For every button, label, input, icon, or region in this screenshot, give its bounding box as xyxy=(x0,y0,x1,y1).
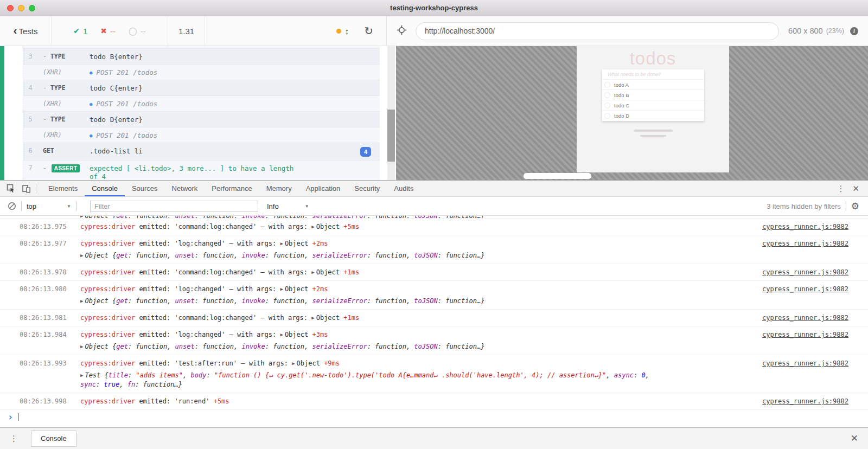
tab-security[interactable]: Security xyxy=(347,181,387,196)
text-token: +3ms xyxy=(312,331,328,338)
text-token: toJSON xyxy=(414,343,437,350)
source-link[interactable]: cypress_runner.js:9882 xyxy=(762,330,848,339)
xhr-log-row[interactable]: (XHR)●POST 201 /todos xyxy=(23,96,380,112)
devtools-close-icon[interactable]: ✕ xyxy=(852,184,859,194)
refresh-button[interactable]: ↻ xyxy=(364,16,373,46)
close-window-button[interactable] xyxy=(7,5,14,11)
viewport-scale-indicator[interactable]: ↕ xyxy=(336,16,349,46)
command-log-row[interactable]: 3- TYPEtodo B{enter} xyxy=(23,49,380,65)
element-count-badge: 4 xyxy=(360,147,371,157)
text-token: serializeError xyxy=(312,297,367,305)
reporter-scrollbar[interactable] xyxy=(380,46,396,180)
command-message: ●POST 201 /todos xyxy=(90,131,374,139)
console-log-row: 08:26:13.981cypress:driver emitted: 'com… xyxy=(0,310,868,326)
text-token: cypress:driver xyxy=(80,285,135,293)
new-todo-input[interactable]: What needs to be done? xyxy=(602,69,704,80)
todo-item: todo D xyxy=(602,111,704,121)
command-log-row[interactable]: 6GET.todo-list li4 xyxy=(23,143,380,161)
command-log-row[interactable]: 4- TYPEtodo C{enter} xyxy=(23,80,380,96)
object-preview[interactable]: ▶Object {get: function, unset: function,… xyxy=(80,251,755,260)
clear-console-icon[interactable] xyxy=(8,202,16,210)
tab-elements[interactable]: Elements xyxy=(41,181,85,196)
text-token: unset xyxy=(175,297,195,305)
selector-playground-button[interactable] xyxy=(397,25,407,37)
info-icon[interactable]: i xyxy=(850,27,858,35)
console-settings-icon[interactable]: ⚙ xyxy=(851,201,859,212)
object-preview[interactable]: ▶Test {title: "adds items", body: "funct… xyxy=(80,371,755,389)
source-link[interactable]: cypress_runner.js:9882 xyxy=(762,359,848,368)
console-log-row: 08:26:13.975cypress:driver emitted: 'com… xyxy=(0,219,868,235)
console-prompt[interactable]: › xyxy=(0,410,868,424)
tab-performance[interactable]: Performance xyxy=(205,181,259,196)
log-level-dropdown[interactable]: Info ▼ xyxy=(267,202,309,210)
text-token: emitted: 'log:changed' – with args: xyxy=(135,331,280,338)
tab-console[interactable]: Console xyxy=(85,181,125,196)
xhr-dot-icon: ● xyxy=(90,101,92,107)
tab-network[interactable]: Network xyxy=(165,181,205,196)
tab-audits[interactable]: Audits xyxy=(387,181,420,196)
text-token: toJSON xyxy=(414,297,437,305)
console-filter-input[interactable] xyxy=(90,201,258,212)
tab-memory[interactable]: Memory xyxy=(259,181,299,196)
drawer-menu-icon[interactable]: ⋮ xyxy=(10,434,18,444)
console-toolbar: top ▼ Info ▼ 3 items hidden by filters ⚙ xyxy=(0,197,868,216)
text-token: +2ms xyxy=(312,240,328,247)
command-log-row[interactable]: 5- TYPEtodo D{enter} xyxy=(23,112,380,127)
todo-item: todo B xyxy=(602,90,704,100)
source-link[interactable]: cypress_runner.js:9882 xyxy=(762,268,848,277)
text-token: invoke xyxy=(241,343,265,350)
source-link[interactable]: cypress_runner.js:9882 xyxy=(762,285,848,294)
log-message: cypress:driver emitted: 'command:log:cha… xyxy=(80,268,755,277)
xhr-log-row[interactable]: (XHR)●POST 201 /todos xyxy=(23,127,380,143)
text-token: : function, xyxy=(128,297,175,305)
source-link[interactable]: cypress_runner.js:9882 xyxy=(762,313,848,323)
inspect-element-icon[interactable] xyxy=(7,184,15,193)
devtools-menu-icon[interactable]: ⋮ xyxy=(837,184,845,194)
tab-application[interactable]: Application xyxy=(299,181,348,196)
back-to-tests-button[interactable]: ‹ Tests xyxy=(0,16,52,46)
text-token: : function, xyxy=(128,252,175,259)
source-link[interactable]: cypress_runner.js:9882 xyxy=(762,222,848,232)
text-token: cypress:driver xyxy=(80,314,135,322)
drawer-tab-console[interactable]: Console xyxy=(31,431,76,447)
command-message: .todo-list li xyxy=(90,147,360,155)
tab-sources[interactable]: Sources xyxy=(125,181,165,196)
app-preview-panel: todos What needs to be done? todo Atodo … xyxy=(396,46,868,180)
device-toolbar-icon[interactable] xyxy=(22,184,31,193)
text-token: : xyxy=(128,371,136,379)
text-token: fn xyxy=(127,381,135,388)
text-token: : function…} xyxy=(438,252,485,259)
assert-log-row[interactable]: 7- ASSERTexpected [ <li.todo>, 3 more...… xyxy=(23,161,380,180)
log-message-line: cypress:driver emitted: 'command:log:cha… xyxy=(80,268,755,277)
text-token: emitted: 'test:after:run' – with args: xyxy=(135,360,292,367)
text-token: , xyxy=(606,371,614,379)
object-preview[interactable]: ▶Object {get: function, unset: function,… xyxy=(80,297,755,306)
drawer-close-icon[interactable]: ✕ xyxy=(851,433,858,444)
text-token: get xyxy=(116,252,128,259)
text-token: : function, xyxy=(265,297,312,305)
command-name: (XHR) xyxy=(37,100,90,107)
source-link[interactable]: cypress_runner.js:9882 xyxy=(762,397,848,406)
minimize-window-button[interactable] xyxy=(18,5,24,11)
text-cursor xyxy=(18,413,18,421)
text-token: : function, xyxy=(367,252,414,259)
preview-horizontal-scrollbar-thumb[interactable] xyxy=(524,173,591,179)
xhr-log-row[interactable]: (XHR)●POST 201 /todos xyxy=(23,65,380,80)
pending-count: -- xyxy=(141,27,146,36)
drawer-tab-label: Console xyxy=(41,434,67,442)
source-link[interactable]: cypress_runner.js:9882 xyxy=(762,239,848,248)
text-token: Object xyxy=(285,331,312,338)
text-token: cypress:driver xyxy=(80,268,135,276)
text-token: +5ms xyxy=(214,397,229,405)
xhr-dot-icon: ● xyxy=(90,133,92,138)
frame-selector-dropdown[interactable]: top ▼ xyxy=(27,202,71,210)
chevron-down-icon: ▼ xyxy=(305,204,309,209)
zoom-window-button[interactable] xyxy=(29,5,35,11)
scrollbar-thumb[interactable] xyxy=(387,110,395,162)
object-preview[interactable]: ▶Object {get: function, unset: function,… xyxy=(80,342,755,351)
text-token: ▶ xyxy=(80,373,83,378)
pending-circle-icon: ◯ xyxy=(129,27,137,35)
text-token: sync xyxy=(80,381,96,388)
url-input[interactable] xyxy=(416,22,779,40)
child-dash: - xyxy=(43,116,50,123)
